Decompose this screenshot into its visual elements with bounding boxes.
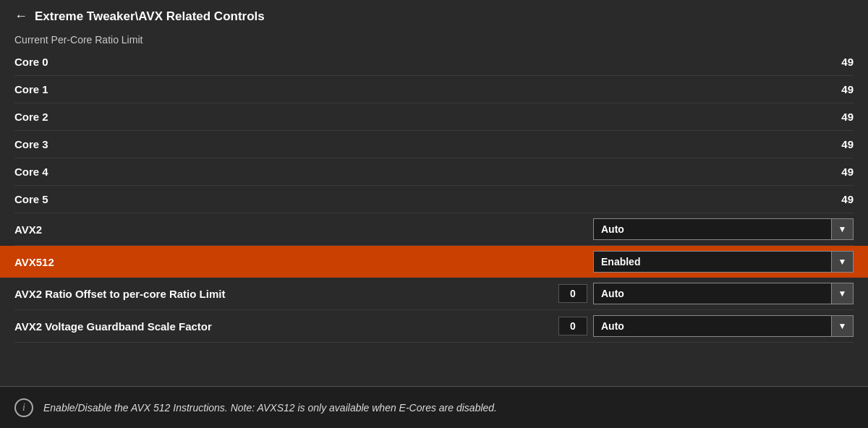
main-container: ← Extreme Tweaker\AVX Related Controls C… xyxy=(0,0,868,428)
core-2-value: 49 xyxy=(810,111,854,123)
core-row-5: Core 549 xyxy=(14,186,854,213)
core-row-0: Core 049 xyxy=(14,48,854,76)
avx2-ratio-offset-arrow-icon[interactable]: ▼ xyxy=(831,283,853,304)
header: ← Extreme Tweaker\AVX Related Controls xyxy=(0,0,868,30)
core-0-value: 49 xyxy=(810,56,854,68)
core-1-label: Core 1 xyxy=(14,83,48,95)
avx2-voltage-label: AVX2 Voltage Guardband Scale Factor xyxy=(14,320,212,333)
core-3-label: Core 3 xyxy=(14,138,48,150)
avx2-dropdown[interactable]: Auto ▼ xyxy=(593,218,854,240)
avx2-ratio-offset-dropdown[interactable]: Auto ▼ xyxy=(593,283,854,304)
info-icon: i xyxy=(14,398,33,417)
avx2-ratio-offset-label: AVX2 Ratio Offset to per-core Ratio Limi… xyxy=(14,288,225,300)
core-4-value: 49 xyxy=(810,166,854,178)
core-row-1: Core 149 xyxy=(14,76,854,103)
core-rows: Core 049Core 149Core 249Core 349Core 449… xyxy=(14,48,854,213)
avx2-voltage-dropdown[interactable]: Auto ▼ xyxy=(593,315,854,337)
avx2-ratio-offset-row: AVX2 Ratio Offset to per-core Ratio Limi… xyxy=(14,278,854,310)
core-row-3: Core 349 xyxy=(14,131,854,158)
core-5-label: Core 5 xyxy=(14,193,48,205)
core-0-label: Core 0 xyxy=(14,56,48,68)
core-3-value: 49 xyxy=(810,138,854,150)
avx2-ratio-offset-controls: 0 Auto ▼ xyxy=(558,283,854,304)
avx2-voltage-arrow-icon[interactable]: ▼ xyxy=(831,316,853,336)
avx2-voltage-controls: 0 Auto ▼ xyxy=(558,315,854,337)
content-area: Current Per-Core Ratio Limit Core 049Cor… xyxy=(0,30,868,428)
avx2-voltage-row: AVX2 Voltage Guardband Scale Factor 0 Au… xyxy=(14,310,854,343)
avx2-voltage-value: 0 xyxy=(558,317,587,335)
avx2-ratio-offset-value: 0 xyxy=(558,284,587,303)
info-text: Enable/Disable the AVX 512 Instructions.… xyxy=(43,402,497,414)
section-label: Current Per-Core Ratio Limit xyxy=(14,30,854,48)
avx2-dropdown-value: Auto xyxy=(594,223,831,235)
avx2-dropdown-arrow-icon[interactable]: ▼ xyxy=(831,219,853,239)
avx512-dropdown[interactable]: Enabled ▼ xyxy=(593,251,854,273)
back-arrow-icon[interactable]: ← xyxy=(14,9,27,24)
core-row-2: Core 249 xyxy=(14,103,854,131)
avx2-row: AVX2 Auto ▼ xyxy=(14,213,854,246)
avx2-label: AVX2 xyxy=(14,223,42,236)
avx512-dropdown-value: Enabled xyxy=(594,256,831,268)
page-title: Extreme Tweaker\AVX Related Controls xyxy=(35,9,265,24)
info-bar: i Enable/Disable the AVX 512 Instruction… xyxy=(0,386,868,428)
avx512-row: AVX512 Enabled ▼ xyxy=(0,246,868,278)
avx512-label: AVX512 xyxy=(14,256,54,268)
core-5-value: 49 xyxy=(810,193,854,205)
core-2-label: Core 2 xyxy=(14,111,48,123)
avx2-ratio-offset-dropdown-value: Auto xyxy=(594,288,831,299)
core-row-4: Core 449 xyxy=(14,158,854,186)
core-4-label: Core 4 xyxy=(14,166,48,178)
avx2-voltage-dropdown-value: Auto xyxy=(594,320,831,332)
avx512-dropdown-arrow-icon[interactable]: ▼ xyxy=(831,252,853,272)
core-1-value: 49 xyxy=(810,83,854,95)
